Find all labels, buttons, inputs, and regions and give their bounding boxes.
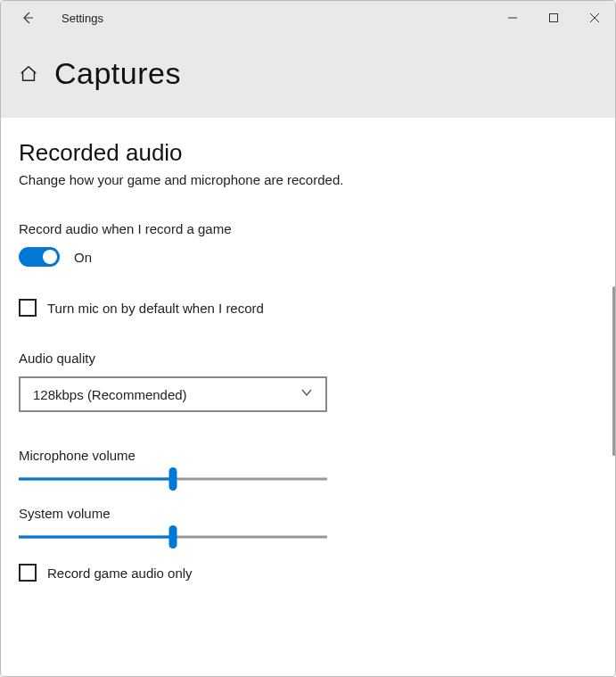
- window-title: Settings: [45, 12, 103, 25]
- section-title: Recorded audio: [19, 139, 597, 167]
- mic-volume-slider[interactable]: [19, 468, 327, 490]
- record-audio-toggle-row: On: [19, 247, 597, 267]
- slider-thumb[interactable]: [169, 467, 177, 491]
- close-button[interactable]: [574, 1, 615, 35]
- record-audio-label: Record audio when I record a game: [19, 221, 597, 236]
- back-button[interactable]: [10, 1, 45, 35]
- mic-default-checkbox[interactable]: [19, 299, 37, 317]
- titlebar: Settings: [1, 1, 615, 35]
- mic-volume-label: Microphone volume: [19, 448, 597, 463]
- window-controls: [492, 1, 615, 35]
- record-game-only-checkbox-row[interactable]: Record game audio only: [19, 564, 597, 582]
- toggle-knob: [43, 250, 57, 264]
- section-description: Change how your game and microphone are …: [19, 172, 597, 187]
- settings-window: Settings Captures Recorded audio Change …: [0, 0, 616, 677]
- record-audio-toggle-state: On: [74, 250, 92, 265]
- chevron-down-icon: [300, 386, 313, 402]
- minimize-button[interactable]: [492, 1, 533, 35]
- page-header: Captures: [1, 35, 615, 118]
- record-game-only-label: Record game audio only: [47, 566, 193, 581]
- slider-thumb[interactable]: [169, 525, 177, 549]
- sys-volume-slider[interactable]: [19, 526, 327, 548]
- maximize-button[interactable]: [533, 1, 574, 35]
- page-title: Captures: [54, 56, 181, 91]
- record-game-only-checkbox[interactable]: [19, 564, 37, 582]
- sys-volume-label: System volume: [19, 506, 597, 521]
- audio-quality-select[interactable]: 128kbps (Recommended): [19, 376, 327, 412]
- mic-default-checkbox-row[interactable]: Turn mic on by default when I record: [19, 299, 597, 317]
- svg-rect-0: [550, 14, 558, 22]
- audio-quality-label: Audio quality: [19, 351, 597, 366]
- record-audio-toggle[interactable]: [19, 247, 60, 267]
- slider-fill: [19, 536, 173, 539]
- slider-fill: [19, 478, 173, 481]
- audio-quality-value: 128kbps (Recommended): [33, 387, 187, 402]
- scrollbar[interactable]: [612, 286, 615, 456]
- content-area: Recorded audio Change how your game and …: [1, 118, 615, 676]
- mic-default-label: Turn mic on by default when I record: [47, 301, 264, 316]
- home-icon[interactable]: [19, 64, 38, 84]
